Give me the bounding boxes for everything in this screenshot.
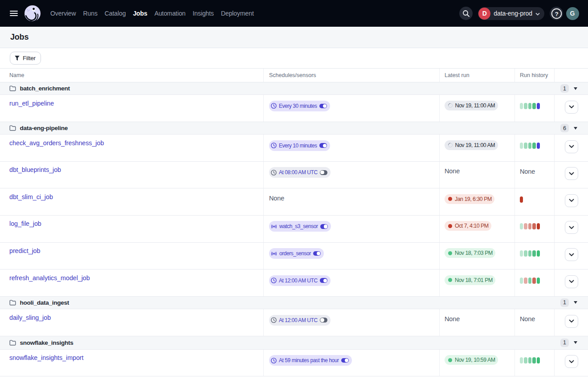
svg-text:?: ? <box>555 10 558 17</box>
